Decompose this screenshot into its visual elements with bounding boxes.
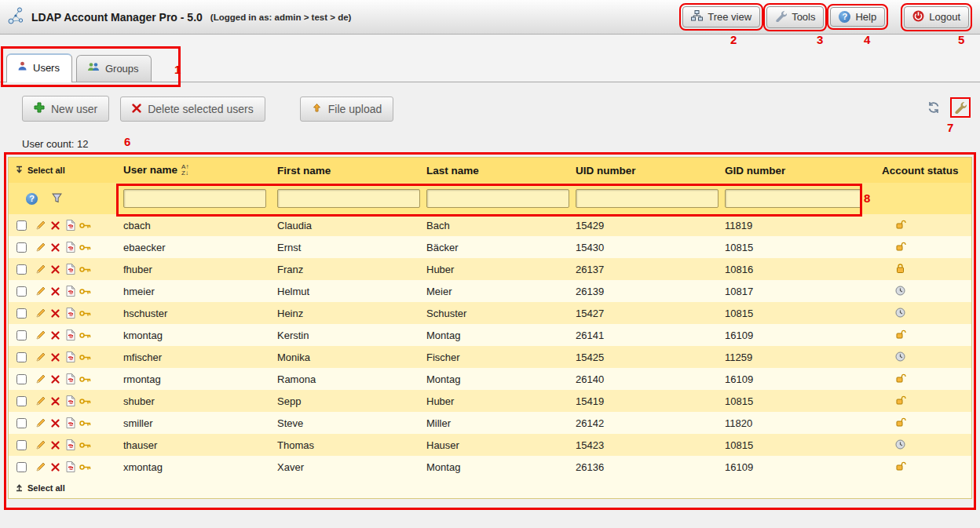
row-checkbox[interactable] — [16, 374, 27, 384]
delete-icon[interactable] — [49, 373, 61, 385]
pdf-icon[interactable] — [64, 308, 76, 319]
unlocked-icon — [894, 329, 906, 340]
cell-last-name: Montag — [420, 456, 569, 478]
delete-icon[interactable] — [49, 417, 61, 429]
pdf-icon[interactable] — [64, 330, 76, 341]
password-key-icon[interactable] — [79, 395, 91, 407]
edit-icon[interactable] — [35, 242, 46, 253]
delete-icon[interactable] — [49, 286, 61, 297]
password-key-icon[interactable] — [79, 308, 91, 319]
password-key-icon[interactable] — [79, 264, 91, 275]
table-row: ebaecker Ernst Bäcker 15430 10815 — [9, 236, 971, 258]
pdf-icon[interactable] — [64, 395, 76, 407]
password-key-icon[interactable] — [79, 417, 91, 429]
edit-icon[interactable] — [35, 330, 46, 341]
delete-icon[interactable] — [49, 395, 61, 407]
edit-icon[interactable] — [35, 373, 46, 385]
cell-last-name: Meier — [420, 280, 569, 302]
pdf-icon[interactable] — [64, 439, 76, 451]
column-first-name: First name — [271, 158, 420, 183]
select-all-top[interactable]: Select all — [15, 166, 65, 176]
password-key-icon[interactable] — [79, 242, 91, 253]
cell-first-name: Kerstin — [271, 324, 420, 346]
login-info: (Logged in as: admin > test > de) — [210, 13, 352, 22]
tab-users[interactable]: Users — [6, 53, 72, 82]
cell-gid: 10815 — [719, 236, 876, 258]
edit-icon[interactable] — [35, 395, 46, 407]
row-checkbox[interactable] — [16, 308, 27, 319]
row-checkbox[interactable] — [16, 462, 27, 472]
edit-icon[interactable] — [35, 308, 46, 319]
edit-icon[interactable] — [35, 417, 46, 429]
filter-help-icon[interactable]: ? — [26, 193, 38, 205]
file-upload-button[interactable]: File upload — [300, 96, 394, 122]
pdf-icon[interactable] — [64, 286, 76, 297]
delete-icon[interactable] — [49, 220, 61, 231]
delete-selected-button[interactable]: Delete selected users — [120, 96, 265, 122]
refresh-icon[interactable] — [927, 100, 941, 115]
delete-icon[interactable] — [49, 308, 61, 319]
row-checkbox[interactable] — [16, 264, 27, 275]
user-table: Select all User nameA↑Z↓ First name Last… — [8, 157, 972, 499]
table-row: hmeier Helmut Meier 26139 10817 — [9, 280, 971, 302]
logout-button[interactable]: Logout — [904, 6, 969, 28]
unlocked-icon — [894, 241, 906, 253]
tab-groups[interactable]: Groups — [76, 55, 152, 82]
new-user-button[interactable]: New user — [22, 96, 109, 122]
cell-first-name: Thomas — [271, 434, 420, 456]
app-title: LDAP Account Manager Pro - 5.0 — [31, 11, 203, 24]
tree-view-button[interactable]: Tree view — [682, 6, 760, 27]
select-all-bottom[interactable]: Select all — [15, 483, 65, 493]
edit-icon[interactable] — [35, 351, 46, 363]
help-button[interactable]: ? Help — [830, 7, 885, 27]
password-key-icon[interactable] — [79, 461, 91, 473]
edit-icon[interactable] — [35, 286, 46, 297]
edit-icon[interactable] — [35, 220, 46, 231]
edit-icon[interactable] — [35, 439, 46, 451]
password-key-icon[interactable] — [79, 286, 91, 297]
settings-wrench-icon[interactable] — [953, 100, 967, 115]
delete-icon[interactable] — [49, 439, 61, 451]
password-key-icon[interactable] — [79, 439, 91, 451]
row-checkbox[interactable] — [16, 330, 27, 340]
cell-gid: 16109 — [719, 324, 876, 346]
delete-icon[interactable] — [49, 330, 61, 341]
cell-last-name: Hauser — [420, 434, 569, 456]
edit-icon[interactable] — [35, 461, 46, 473]
column-user-name: User nameA↑Z↓ — [117, 158, 271, 183]
delete-icon[interactable] — [49, 351, 61, 363]
cell-uid: 26142 — [569, 412, 719, 434]
row-checkbox[interactable] — [16, 352, 27, 362]
pdf-icon[interactable] — [64, 242, 76, 253]
password-key-icon[interactable] — [79, 373, 91, 385]
pdf-icon[interactable] — [64, 220, 76, 231]
row-checkbox[interactable] — [16, 440, 27, 450]
filter-first-name-input[interactable] — [277, 189, 420, 208]
filter-last-name-input[interactable] — [426, 189, 569, 208]
row-checkbox[interactable] — [16, 418, 27, 428]
pdf-icon[interactable] — [64, 461, 76, 473]
cell-last-name: Montag — [420, 324, 569, 346]
sort-icon[interactable]: A↑Z↓ — [181, 164, 188, 177]
filter-uid-input[interactable] — [576, 189, 719, 208]
delete-icon[interactable] — [49, 264, 61, 275]
pdf-icon[interactable] — [64, 351, 76, 363]
row-checkbox[interactable] — [16, 396, 27, 406]
filter-funnel-icon[interactable] — [52, 192, 62, 206]
pdf-icon[interactable] — [64, 264, 76, 275]
password-key-icon[interactable] — [79, 351, 91, 363]
filter-user-name-input[interactable] — [123, 189, 266, 208]
pdf-icon[interactable] — [64, 373, 76, 385]
cell-last-name: Huber — [420, 390, 569, 412]
edit-icon[interactable] — [35, 264, 46, 275]
filter-gid-input[interactable] — [725, 189, 861, 208]
password-key-icon[interactable] — [79, 220, 91, 231]
row-checkbox[interactable] — [16, 286, 27, 297]
password-key-icon[interactable] — [79, 330, 91, 341]
pdf-icon[interactable] — [64, 417, 76, 429]
delete-icon[interactable] — [49, 461, 61, 473]
delete-icon[interactable] — [49, 242, 61, 253]
row-checkbox[interactable] — [16, 242, 27, 253]
tools-button[interactable]: Tools — [766, 6, 824, 28]
row-checkbox[interactable] — [16, 220, 27, 231]
